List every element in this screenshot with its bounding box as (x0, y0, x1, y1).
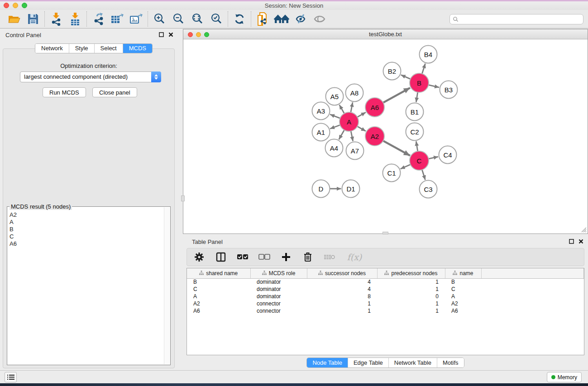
traffic-lights[interactable] (4, 3, 27, 8)
task-history-button[interactable] (5, 372, 17, 382)
deselect-all-button[interactable] (258, 251, 270, 263)
refresh-button[interactable] (230, 11, 249, 27)
export-image-button[interactable] (127, 11, 146, 27)
save-session-button[interactable] (24, 11, 43, 27)
add-column-button[interactable] (280, 251, 292, 263)
table-row[interactable]: Adominator80A (187, 293, 584, 300)
toolbar-search[interactable] (449, 14, 583, 24)
node-table[interactable]: shared nameMCDS rolesuccessor nodesprede… (186, 268, 584, 355)
graph-edge[interactable] (383, 88, 410, 103)
memory-button[interactable]: Memory (547, 372, 582, 382)
delete-column-button[interactable] (302, 251, 314, 263)
graph-edge[interactable] (339, 130, 344, 139)
tab-network[interactable]: Network (35, 44, 69, 53)
table-row[interactable]: Cdominator41C (187, 286, 584, 293)
graph-edge[interactable] (330, 114, 340, 119)
tab-style[interactable]: Style (69, 44, 95, 53)
network-window-titlebar[interactable]: testGlobe.txt (183, 29, 588, 39)
search-input[interactable] (459, 14, 583, 24)
maximize-network-window-icon[interactable] (204, 32, 209, 37)
graph-edge[interactable] (429, 157, 438, 158)
graph-edge[interactable] (383, 141, 410, 156)
minimize-window-icon[interactable] (13, 3, 18, 8)
graph-edge[interactable] (428, 85, 439, 87)
table-cell: A2 (445, 300, 481, 307)
function-builder-button: f(x) (345, 251, 363, 263)
split-handle-left[interactable] (181, 195, 185, 201)
mcds-result-item[interactable]: B (8, 226, 163, 233)
table-row[interactable]: Bdominator41B (187, 278, 584, 286)
zoom-out-button[interactable] (169, 11, 188, 27)
export-table-button[interactable] (108, 11, 127, 27)
export-network-button[interactable] (89, 11, 108, 27)
mcds-result-item[interactable]: A2 (8, 211, 163, 219)
graph-edge[interactable] (401, 75, 411, 79)
settings-gear-button[interactable] (193, 251, 205, 263)
tab-mcds[interactable]: MCDS (123, 44, 152, 53)
graph-edge[interactable] (351, 131, 353, 141)
open-folder-button[interactable] (5, 11, 24, 27)
column-header-MCDS-role[interactable]: MCDS role (250, 268, 307, 278)
table-toolbar: f(x) (186, 248, 584, 266)
resize-grip-icon[interactable] (581, 227, 587, 233)
table-tab-network-table[interactable]: Network Table (389, 358, 437, 367)
mcds-result-item[interactable]: A6 (8, 240, 163, 248)
import-network-button[interactable] (47, 11, 66, 27)
presentation-mode-button[interactable] (291, 11, 310, 27)
show-all-networks-button[interactable] (272, 11, 291, 27)
tab-select[interactable]: Select (95, 44, 123, 53)
graph-edge[interactable] (357, 112, 366, 117)
float-table-panel-icon[interactable] (569, 239, 574, 244)
import-table-button[interactable] (66, 11, 85, 27)
graph-edge[interactable] (401, 164, 411, 169)
zoom-selected-button[interactable] (207, 11, 226, 27)
close-table-panel-icon[interactable] (578, 239, 583, 244)
clone-network-button[interactable] (253, 11, 272, 27)
bird-eye-view-button[interactable] (310, 11, 329, 27)
zoom-fit-button[interactable] (188, 11, 207, 27)
mcds-result-item[interactable]: C (8, 233, 163, 240)
table-row[interactable]: A6connector11A6 (187, 307, 584, 315)
graph-edge[interactable] (351, 102, 353, 112)
mcds-result-item[interactable]: A (8, 219, 163, 226)
graph-edge[interactable] (416, 141, 417, 151)
network-window-title: testGlobe.txt (369, 31, 402, 38)
close-network-window-icon[interactable] (188, 32, 193, 37)
result-list-scrollbar[interactable] (164, 207, 170, 364)
graph-edge[interactable] (422, 63, 425, 73)
column-header-shared-name[interactable]: shared name (187, 268, 250, 278)
graph-edge[interactable] (416, 92, 417, 102)
graph-edge[interactable] (357, 126, 366, 131)
network-window-traffic-lights[interactable] (188, 32, 209, 37)
column-header-predecessor-nodes[interactable]: predecessor nodes (377, 268, 445, 278)
column-header-successor-nodes[interactable]: successor nodes (307, 268, 377, 278)
split-view-button[interactable] (215, 251, 227, 263)
graph-edge[interactable] (330, 125, 340, 129)
table-tab-motifs[interactable]: Motifs (437, 358, 464, 367)
network-canvas[interactable]: B4B2BB3A5A8A6A3B1AC2A1A2A4A7C4CC1C3DD1 (183, 39, 588, 234)
close-panel-icon[interactable] (168, 32, 173, 37)
select-all-button[interactable] (237, 251, 249, 263)
network-view-window: testGlobe.txt B4B2BB3A5A8A6A3B1AC2A1A2A4… (183, 29, 588, 234)
split-handle-bottom[interactable] (382, 232, 388, 234)
table-tab-node-table[interactable]: Node Table (307, 358, 348, 367)
close-window-icon[interactable] (4, 3, 9, 8)
table-tab-edge-table[interactable]: Edge Table (348, 358, 389, 367)
table-cell: 4 (307, 278, 377, 286)
mcds-result-title: MCDS result (5 nodes) (10, 203, 72, 210)
mcds-result-list[interactable]: A2ABCA6 (8, 211, 163, 364)
graph-edge[interactable] (422, 170, 425, 180)
network-graph[interactable]: B4B2BB3A5A8A6A3B1AC2A1A2A4A7C4CC1C3DD1 (183, 39, 588, 234)
zoom-in-button[interactable] (150, 11, 169, 27)
delete-table-button (324, 251, 335, 263)
graph-edge[interactable] (339, 105, 344, 114)
close-panel-button[interactable]: Close panel (92, 87, 137, 97)
criterion-dropdown[interactable]: largest connected component (directed) (20, 71, 161, 82)
toolbar-separator (228, 11, 228, 27)
run-mcds-button[interactable]: Run MCDS (43, 87, 86, 97)
float-panel-icon[interactable] (159, 32, 164, 37)
minimize-network-window-icon[interactable] (196, 32, 201, 37)
table-row[interactable]: A2connector11A2 (187, 300, 584, 307)
maximize-window-icon[interactable] (22, 3, 27, 8)
column-header-name[interactable]: name (445, 268, 481, 278)
